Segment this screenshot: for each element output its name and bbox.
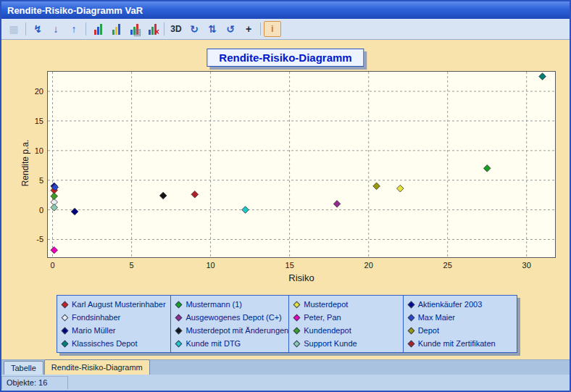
- legend-item[interactable]: Kunde mit Zertifikaten: [404, 337, 517, 350]
- legend-item[interactable]: Klassisches Depot: [57, 337, 170, 350]
- legend-item[interactable]: Karl August Musterinhaber: [57, 298, 170, 311]
- diamond-icon: [62, 327, 69, 334]
- data-point[interactable]: Peter, Pan: [51, 246, 58, 254]
- legend-item[interactable]: Kundendepot: [289, 324, 402, 337]
- x-tick-label: 10: [206, 261, 214, 270]
- table-icon: ▦: [9, 24, 18, 34]
- lightning-button[interactable]: ↯: [29, 21, 46, 37]
- y-tick-label: 0: [25, 206, 43, 214]
- legend-label: Support Kunde: [304, 339, 357, 348]
- legend-label: Musterdepot mit Änderungen: [186, 326, 288, 335]
- 3d-button[interactable]: 3D: [167, 21, 185, 37]
- legend-label: Fondsinhaber: [72, 313, 120, 322]
- chart-gallery-button[interactable]: [107, 21, 125, 37]
- legend-label: Aktienkäufer 2003: [418, 300, 483, 309]
- legend-item[interactable]: Peter, Pan: [289, 311, 402, 324]
- diamond-icon: [175, 314, 183, 321]
- legend-column: Karl August MusterinhaberFondsinhaberMar…: [57, 296, 171, 352]
- legend-item[interactable]: Ausgewogenes Depot (C+): [171, 311, 288, 324]
- legend-label: Ausgewogenes Depot (C+): [186, 313, 281, 322]
- plot-area[interactable]: Karl August MusterinhaberFondsinhaberMar…: [47, 71, 556, 258]
- scatter-plot: Karl August MusterinhaberFondsinhaberMar…: [48, 72, 555, 257]
- sort-ascending-icon: ↑: [72, 24, 77, 34]
- sort-descending-icon: ↓: [54, 24, 59, 34]
- diamond-icon: [293, 327, 301, 334]
- rotate-left-icon: ↺: [226, 24, 235, 34]
- diamond-icon: [175, 340, 183, 347]
- rotate-right-icon: ↻: [190, 24, 199, 34]
- data-point[interactable]: Musterdepot mit Änderungen: [159, 192, 167, 199]
- legend-label: Kundendepot: [304, 326, 351, 335]
- bar-chart-icon: [94, 24, 102, 35]
- table-button: ▦: [5, 21, 22, 37]
- x-tick-label: 30: [522, 261, 531, 270]
- sort-descending-button[interactable]: ↓: [47, 21, 64, 37]
- legend-item[interactable]: Fondsinhaber: [57, 311, 170, 324]
- diamond-icon: [62, 314, 69, 321]
- object-count: Objekte: 16: [1, 376, 68, 389]
- y-tick-label: 5: [25, 176, 43, 185]
- add-button[interactable]: +: [240, 21, 257, 37]
- legend-label: Depot: [418, 326, 439, 335]
- sort-ascending-button[interactable]: ↑: [65, 21, 83, 37]
- legend-label: Max Maier: [418, 313, 455, 322]
- legend-column: MusterdepotPeter, PanKundendepotSupport …: [289, 296, 403, 352]
- legend-column: Mustermann (1)Ausgewogenes Depot (C+)Mus…: [171, 296, 289, 352]
- toolbar-separator: [25, 22, 26, 36]
- chart-report-button[interactable]: ▤: [125, 21, 143, 37]
- data-point[interactable]: Kunde mit DTG: [242, 207, 249, 214]
- legend-label: Musterdepot: [304, 300, 348, 309]
- tab-tabelle[interactable]: Tabelle: [4, 361, 43, 375]
- data-point[interactable]: Mario Müller: [71, 208, 78, 215]
- diamond-icon: [407, 301, 414, 308]
- data-point[interactable]: Kundendepot: [51, 193, 58, 200]
- legend-item[interactable]: Depot: [404, 324, 517, 337]
- diamond-icon: [407, 314, 414, 321]
- legend-item[interactable]: Kunde mit DTG: [171, 337, 288, 350]
- y-tick-label: 10: [25, 146, 43, 155]
- legend-label: Kunde mit Zertifikaten: [418, 339, 496, 348]
- legend-item[interactable]: Max Maier: [404, 311, 517, 324]
- toolbar-separator: [260, 22, 261, 36]
- y-tick-label: 20: [25, 87, 43, 96]
- flip-axes-icon: ⇅: [208, 24, 217, 34]
- legend-column: Aktienkäufer 2003Max MaierDepotKunde mit…: [404, 296, 517, 352]
- tab-bar: Tabelle Rendite-Risiko-Diagramm: [1, 359, 570, 375]
- chart-title: Rendite-Risiko-Diagramm: [207, 49, 364, 67]
- toolbar-separator: [86, 22, 86, 36]
- legend-label: Peter, Pan: [304, 313, 341, 322]
- info-button[interactable]: i: [264, 21, 281, 37]
- rotate-right-button[interactable]: ↻: [186, 21, 203, 37]
- data-point[interactable]: Mustermann (1): [483, 165, 491, 172]
- y-axis-title: Rendite p.a.: [20, 120, 30, 207]
- chart-legend: Karl August MusterinhaberFondsinhaberMar…: [57, 295, 517, 353]
- chart-delete-icon: ×: [154, 28, 159, 36]
- add-icon: +: [246, 24, 251, 34]
- legend-item[interactable]: Musterdepot mit Änderungen: [171, 324, 288, 337]
- diamond-icon: [62, 340, 69, 347]
- chart-panel: Rendite-Risiko-Diagramm Karl August Must…: [1, 40, 570, 359]
- legend-item[interactable]: Aktienkäufer 2003: [404, 298, 517, 311]
- legend-item[interactable]: Mario Müller: [57, 324, 170, 337]
- data-point[interactable]: Depot: [373, 183, 380, 190]
- x-tick-label: 15: [286, 261, 294, 270]
- y-tick-label: -5: [25, 235, 43, 243]
- chart-delete-button[interactable]: ×: [143, 21, 161, 37]
- x-tick-label: 20: [364, 261, 373, 270]
- flip-axes-button[interactable]: ⇅: [204, 21, 221, 37]
- data-point[interactable]: Klassisches Depot: [539, 73, 546, 80]
- bar-chart-button[interactable]: [89, 21, 107, 37]
- data-point[interactable]: Ausgewogenes Depot (C+): [333, 201, 341, 208]
- legend-item[interactable]: Mustermann (1): [171, 298, 288, 311]
- tab-rendite-risiko-diagramm[interactable]: Rendite-Risiko-Diagramm: [44, 359, 150, 375]
- info-label: i: [271, 25, 273, 33]
- legend-item[interactable]: Musterdepot: [289, 298, 402, 311]
- x-tick-label: 25: [443, 261, 452, 270]
- status-bar: Objekte: 16: [1, 375, 570, 391]
- legend-item[interactable]: Support Kunde: [289, 337, 402, 350]
- legend-label: Klassisches Depot: [72, 339, 138, 348]
- data-point[interactable]: Kunde mit Zertifikaten: [191, 191, 199, 199]
- data-point[interactable]: Musterdepot: [396, 185, 404, 192]
- diamond-icon: [293, 314, 301, 321]
- rotate-left-button[interactable]: ↺: [222, 21, 239, 37]
